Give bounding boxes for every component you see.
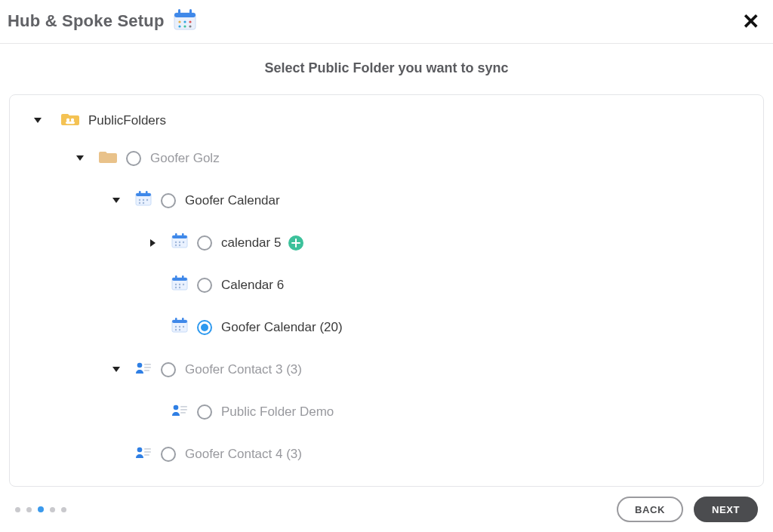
svg-rect-59 bbox=[144, 451, 151, 453]
svg-point-19 bbox=[146, 199, 148, 201]
svg-rect-41 bbox=[172, 320, 187, 323]
svg-point-57 bbox=[137, 447, 143, 453]
svg-rect-34 bbox=[182, 275, 184, 280]
step-dot bbox=[15, 507, 20, 512]
svg-rect-14 bbox=[136, 193, 151, 196]
svg-point-48 bbox=[179, 329, 180, 331]
svg-rect-43 bbox=[182, 318, 184, 322]
calendar-icon bbox=[171, 317, 188, 337]
svg-point-4 bbox=[178, 21, 180, 23]
svg-point-8 bbox=[183, 26, 186, 28]
tree-row-goofer-calendar[interactable]: Goofer Calendar bbox=[19, 180, 745, 222]
folder-icon bbox=[99, 149, 117, 168]
svg-point-7 bbox=[178, 26, 180, 28]
svg-point-45 bbox=[179, 326, 180, 328]
radio-goofer-calendar[interactable] bbox=[161, 193, 176, 208]
svg-point-38 bbox=[175, 287, 177, 288]
svg-point-6 bbox=[189, 21, 191, 23]
radio-calendar-6[interactable] bbox=[197, 278, 212, 293]
close-icon[interactable]: ✕ bbox=[736, 6, 765, 37]
svg-point-27 bbox=[179, 241, 180, 243]
svg-point-17 bbox=[139, 199, 140, 201]
svg-point-30 bbox=[179, 244, 180, 246]
radio-public-folder-demo[interactable] bbox=[197, 404, 212, 420]
svg-rect-3 bbox=[189, 9, 192, 15]
tree-row-goofer-contact-3[interactable]: Goofer Contact 3 (3) bbox=[19, 349, 745, 391]
page-title: Hub & Spoke Setup bbox=[8, 11, 165, 31]
svg-rect-12 bbox=[66, 121, 75, 124]
tree-label-public-folder-demo: Public Folder Demo bbox=[221, 404, 334, 420]
svg-point-21 bbox=[143, 202, 144, 204]
svg-rect-55 bbox=[180, 409, 187, 411]
tree-row-goofer-calendar-20[interactable]: Goofer Calendar (20) bbox=[19, 306, 745, 349]
radio-calendar-5[interactable] bbox=[197, 235, 212, 251]
radio-goofer-contact-3[interactable] bbox=[161, 362, 176, 377]
tree-label-goofer-contact-3: Goofer Contact 3 (3) bbox=[185, 362, 302, 377]
svg-rect-32 bbox=[172, 278, 187, 281]
svg-rect-60 bbox=[144, 454, 149, 456]
svg-rect-58 bbox=[144, 448, 151, 450]
svg-point-29 bbox=[175, 244, 177, 246]
svg-rect-25 bbox=[182, 233, 184, 238]
radio-goofer-contact-4[interactable] bbox=[161, 447, 176, 462]
svg-rect-56 bbox=[180, 412, 186, 414]
back-button[interactable]: BACK bbox=[617, 497, 683, 522]
svg-point-37 bbox=[183, 284, 184, 285]
step-indicator bbox=[15, 506, 66, 512]
svg-rect-51 bbox=[144, 367, 151, 368]
svg-rect-23 bbox=[172, 235, 187, 238]
svg-point-10 bbox=[66, 118, 69, 121]
svg-point-26 bbox=[175, 241, 177, 243]
toggle-icon[interactable] bbox=[146, 239, 159, 247]
svg-point-9 bbox=[189, 26, 191, 28]
toggle-icon[interactable] bbox=[73, 155, 87, 161]
svg-point-39 bbox=[179, 287, 180, 288]
subtitle-wrap: Select Public Folder you want to sync bbox=[0, 44, 773, 94]
svg-point-35 bbox=[175, 284, 177, 285]
toggle-icon[interactable] bbox=[109, 367, 123, 372]
folder-users-icon bbox=[61, 111, 79, 130]
plus-badge-icon[interactable] bbox=[288, 235, 303, 251]
svg-rect-1 bbox=[174, 13, 196, 17]
svg-point-11 bbox=[71, 118, 74, 121]
toggle-icon[interactable] bbox=[109, 198, 123, 203]
header: Hub & Spoke Setup ✕ bbox=[0, 0, 773, 44]
svg-rect-33 bbox=[175, 275, 177, 280]
svg-point-18 bbox=[143, 199, 144, 201]
tree-label-goofer-contact-4: Goofer Contact 4 (3) bbox=[185, 447, 302, 462]
toggle-icon[interactable] bbox=[31, 118, 45, 123]
tree-row-goofer-golz[interactable]: Goofer Golz bbox=[19, 137, 745, 180]
svg-point-36 bbox=[179, 284, 180, 285]
svg-point-5 bbox=[183, 21, 186, 23]
svg-point-20 bbox=[139, 202, 140, 204]
svg-rect-24 bbox=[175, 233, 177, 238]
calendar-icon bbox=[172, 7, 198, 35]
contact-icon bbox=[171, 403, 188, 420]
tree-row-calendar-6[interactable]: Calendar 6 bbox=[19, 264, 745, 306]
svg-point-46 bbox=[183, 326, 184, 328]
next-button[interactable]: NEXT bbox=[694, 497, 758, 522]
contact-icon bbox=[135, 361, 152, 378]
tree-row-root[interactable]: PublicFolders bbox=[19, 104, 745, 137]
step-dot bbox=[26, 507, 32, 512]
tree-row-goofer-contact-4[interactable]: Goofer Contact 4 (3) bbox=[19, 433, 745, 475]
radio-goofer-golz[interactable] bbox=[126, 151, 141, 166]
svg-rect-16 bbox=[146, 191, 148, 195]
svg-rect-15 bbox=[139, 191, 141, 195]
radio-goofer-calendar-20[interactable] bbox=[197, 320, 212, 335]
step-dot-active bbox=[38, 506, 44, 512]
svg-rect-52 bbox=[144, 370, 149, 371]
step-dot bbox=[50, 507, 55, 512]
contact-icon bbox=[135, 445, 152, 463]
calendar-icon bbox=[135, 190, 152, 211]
svg-rect-2 bbox=[178, 9, 180, 15]
svg-rect-42 bbox=[175, 318, 177, 322]
svg-rect-54 bbox=[180, 406, 187, 407]
calendar-icon bbox=[171, 232, 188, 253]
svg-point-28 bbox=[183, 241, 184, 243]
tree-label-goofer-golz: Goofer Golz bbox=[150, 151, 220, 166]
calendar-icon bbox=[171, 275, 188, 295]
tree-row-calendar-5[interactable]: calendar 5 bbox=[19, 222, 745, 264]
tree-row-public-folder-demo[interactable]: Public Folder Demo bbox=[19, 391, 745, 433]
svg-point-53 bbox=[174, 405, 179, 411]
